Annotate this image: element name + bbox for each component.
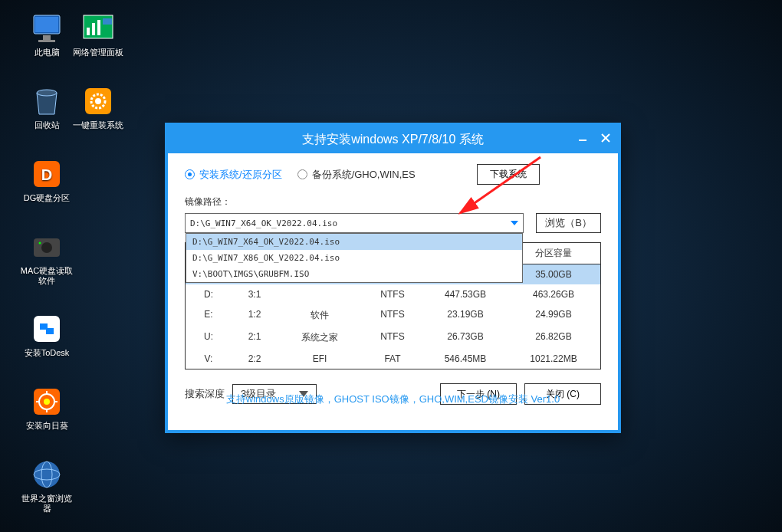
desktop-icon[interactable]: 一键重装系统 bbox=[71, 85, 126, 130]
desktop-icon[interactable]: 此电脑 bbox=[19, 12, 74, 57]
desktop-icon-label: 安装ToDesk bbox=[19, 348, 74, 358]
svg-point-21 bbox=[44, 399, 50, 405]
svg-text:D: D bbox=[41, 166, 52, 183]
svg-rect-3 bbox=[38, 40, 55, 42]
desktop-icon[interactable]: 世界之窗浏览器 bbox=[19, 458, 74, 514]
image-path-row: D:\G_WIN7_X64_OK_V2022.04.iso D:\G_WIN7_… bbox=[185, 213, 601, 233]
image-path-dropdown: D:\G_WIN7_X64_OK_V2022.04.isoD:\G_WIN7_X… bbox=[186, 233, 523, 283]
image-path-label: 镜像路径： bbox=[185, 195, 601, 209]
image-path-value: D:\G_WIN7_X64_OK_V2022.04.iso bbox=[190, 218, 337, 228]
svg-point-9 bbox=[37, 90, 57, 96]
app-icon bbox=[82, 12, 114, 44]
svg-rect-2 bbox=[43, 35, 51, 40]
svg-rect-7 bbox=[97, 20, 100, 35]
close-button[interactable] bbox=[600, 132, 612, 144]
app-icon bbox=[31, 313, 63, 345]
desktop-icon[interactable]: 安装ToDesk bbox=[19, 313, 74, 358]
svg-point-12 bbox=[95, 98, 101, 104]
window-content: 安装系统/还原分区 备份系统/GHO,WIN,ES 下载系统 镜像路径： D:\… bbox=[168, 153, 618, 411]
app-icon bbox=[31, 231, 63, 263]
table-row[interactable]: U:2:1系统之家NTFS26.73GB26.82GB bbox=[186, 327, 600, 349]
table-row[interactable]: V:2:2EFIFAT546.45MB1021.22MB bbox=[186, 349, 600, 369]
desktop-icon-label: 一键重装系统 bbox=[71, 120, 126, 130]
app-icon bbox=[31, 458, 63, 491]
radio-backup[interactable]: 备份系统/GHO,WIN,ES bbox=[297, 168, 416, 182]
svg-rect-5 bbox=[87, 28, 90, 35]
desktop-icon[interactable]: 网络管理面板 bbox=[71, 12, 126, 57]
desktop-icon[interactable]: 安装向日葵 bbox=[19, 386, 74, 431]
app-icon bbox=[82, 85, 114, 117]
desktop-icon[interactable]: 回收站 bbox=[19, 85, 74, 130]
app-icon: D bbox=[31, 158, 63, 190]
radio-install-label: 安装系统/还原分区 bbox=[199, 168, 282, 182]
download-system-button[interactable]: 下载系统 bbox=[477, 164, 540, 185]
svg-rect-1 bbox=[35, 17, 58, 32]
desktop-icon-label: 安装向日葵 bbox=[19, 421, 74, 431]
window-title: 支持安装windows XP/7/8/10 系统 bbox=[302, 132, 484, 148]
dropdown-item[interactable]: V:\BOOT\IMGS\GRUBFM.ISO bbox=[186, 266, 522, 282]
image-path-combo[interactable]: D:\G_WIN7_X64_OK_V2022.04.iso D:\G_WIN7_… bbox=[185, 213, 524, 233]
desktop-icon-label: 世界之窗浏览器 bbox=[19, 494, 74, 514]
mode-radio-row: 安装系统/还原分区 备份系统/GHO,WIN,ES 下载系统 bbox=[185, 164, 601, 185]
svg-rect-8 bbox=[103, 18, 112, 25]
app-icon bbox=[31, 386, 63, 418]
chevron-down-icon bbox=[511, 221, 518, 225]
svg-point-17 bbox=[39, 242, 41, 245]
browse-button[interactable]: 浏览（B） bbox=[536, 213, 601, 233]
desktop-icon-label: 回收站 bbox=[19, 120, 74, 130]
desktop: 此电脑网络管理面板回收站一键重装系统DDG硬盘分区MAC硬盘读取软件安装ToDe… bbox=[0, 0, 782, 532]
app-icon bbox=[31, 12, 63, 44]
desktop-icon-label: 网络管理面板 bbox=[71, 48, 126, 57]
table-row[interactable]: E:1:2软件NTFS23.19GB24.99GB bbox=[186, 304, 600, 327]
svg-point-26 bbox=[34, 461, 60, 488]
desktop-icon[interactable]: MAC硬盘读取软件 bbox=[19, 231, 74, 286]
table-row[interactable]: D:3:1NTFS447.53GB463.26GB bbox=[186, 284, 600, 304]
svg-rect-6 bbox=[92, 23, 95, 35]
desktop-icon[interactable]: DDG硬盘分区 bbox=[19, 158, 74, 203]
desktop-icon-label: 此电脑 bbox=[19, 48, 74, 57]
dropdown-item[interactable]: D:\G_WIN7_X86_OK_V2022.04.iso bbox=[186, 250, 522, 266]
titlebar: 支持安装windows XP/7/8/10 系统 bbox=[168, 126, 618, 153]
minimize-button[interactable] bbox=[577, 132, 589, 144]
dropdown-item[interactable]: D:\G_WIN7_X64_OK_V2022.04.iso bbox=[186, 234, 522, 250]
desktop-icon-label: MAC硬盘读取软件 bbox=[19, 266, 74, 286]
desktop-icon-label: DG硬盘分区 bbox=[19, 193, 74, 203]
footer-note: 支持windows原版镜像，GHOST ISO镜像，GHO,WIM,ESD镜像安… bbox=[168, 392, 618, 406]
installer-window: 支持安装windows XP/7/8/10 系统 安装系统/还原分区 备份系统/ bbox=[165, 123, 621, 433]
svg-point-16 bbox=[41, 242, 52, 253]
radio-backup-label: 备份系统/GHO,WIN,ES bbox=[312, 168, 416, 182]
app-icon bbox=[31, 85, 63, 117]
radio-install[interactable]: 安装系统/还原分区 bbox=[185, 168, 282, 182]
